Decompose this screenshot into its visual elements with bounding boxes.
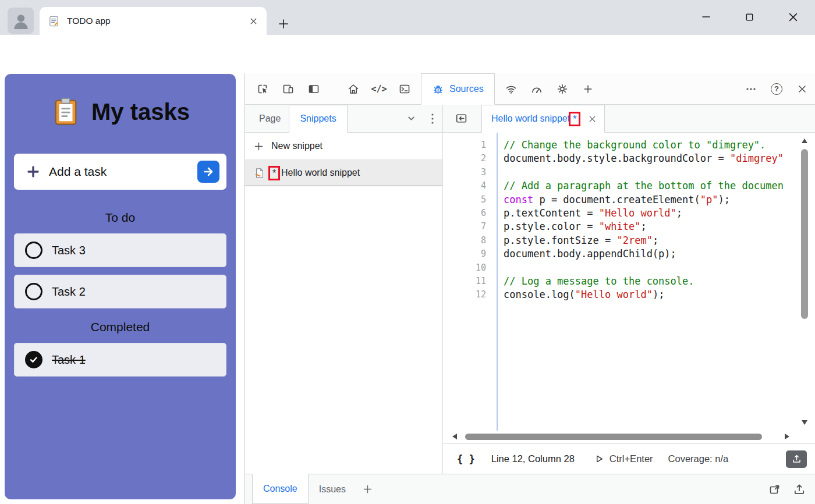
console-tab-label: Console <box>263 484 297 494</box>
tab-strip: TODO app <box>0 0 815 35</box>
add-task-input[interactable]: Add a task <box>14 154 226 190</box>
tab-snippets[interactable]: Snippets <box>289 105 347 133</box>
page-content: My tasks Add a task To do Task 3 <box>0 73 815 504</box>
tab-console[interactable]: Console <box>252 474 309 504</box>
help-icon[interactable]: ? <box>764 77 789 101</box>
snippets-tab-label: Snippets <box>300 113 336 124</box>
tab-title: TODO app <box>67 16 249 26</box>
run-shortcut-label: Ctrl+Enter <box>610 453 653 464</box>
task-label: Task 3 <box>52 244 86 257</box>
tab-issues[interactable]: Issues <box>309 484 356 495</box>
navigator-tabs: Page Snippets <box>245 105 442 133</box>
sources-bug-icon <box>432 83 444 95</box>
close-devtools-icon[interactable] <box>789 77 815 101</box>
task-checkbox[interactable] <box>25 242 42 259</box>
scroll-up-icon[interactable] <box>802 139 807 143</box>
device-emulation-icon[interactable] <box>275 77 301 101</box>
sources-tab-label: Sources <box>449 84 484 94</box>
annotation-box-unsaved-tab: * <box>569 112 580 126</box>
elements-tab-icon[interactable]: </> <box>366 77 392 101</box>
profile-avatar[interactable] <box>8 8 34 34</box>
run-play-icon <box>594 454 604 464</box>
editor-pane: Hello world snippet * 1 2 <box>443 105 815 474</box>
more-tools-add-icon[interactable] <box>575 77 601 101</box>
todo-header: My tasks <box>5 93 236 131</box>
devtools-main: Page Snippets New snippet <box>245 105 815 474</box>
todo-app-title: My tasks <box>91 99 190 125</box>
devtools-toolbar: </> Sources <box>245 73 815 105</box>
upload-icon <box>792 454 802 464</box>
add-drawer-tab-icon[interactable] <box>362 484 373 495</box>
window-controls <box>684 0 815 34</box>
editor-tab-bar: Hello world snippet * <box>443 105 815 133</box>
todo-section-heading: To do <box>5 211 236 226</box>
task-item: Task 3 <box>14 233 226 267</box>
scroll-down-icon[interactable] <box>802 420 807 425</box>
navigation-bar: https://microsoftedge.github.io/Demos/de… <box>0 35 815 73</box>
coverage-label: Coverage: n/a <box>668 453 729 464</box>
maximize-button[interactable] <box>728 0 771 34</box>
export-button[interactable] <box>786 450 807 468</box>
close-editor-tab-icon[interactable] <box>587 114 597 124</box>
more-options-icon[interactable] <box>431 112 434 125</box>
open-in-new-icon[interactable] <box>768 483 781 496</box>
snippet-item-hello-world[interactable]: * Hello world snippet <box>245 160 442 186</box>
vertical-scrollbar-thumb[interactable] <box>801 149 808 319</box>
code-content: // Change the background color to "dimgr… <box>497 133 815 431</box>
editor-tab-hello-world-snippet[interactable]: Hello world snippet * <box>481 105 605 133</box>
minimize-button[interactable] <box>684 0 728 34</box>
unsaved-marker: * <box>272 168 277 178</box>
navigator-toggle-icon[interactable] <box>450 108 472 129</box>
horizontal-scrollbar-thumb[interactable] <box>465 434 762 440</box>
chevron-down-icon[interactable] <box>407 114 416 123</box>
welcome-tab-icon[interactable] <box>341 77 366 101</box>
customize-devtools-icon[interactable] <box>738 77 764 101</box>
clipboard-icon <box>51 97 81 127</box>
new-snippet-button[interactable]: New snippet <box>245 133 442 160</box>
add-task-submit-button[interactable] <box>197 161 219 183</box>
snippet-name: Hello world snippet <box>281 168 360 178</box>
export-console-icon[interactable] <box>793 483 806 496</box>
arrow-right-icon <box>202 165 215 178</box>
unsaved-marker: * <box>573 114 577 124</box>
new-tab-button[interactable] <box>275 15 292 33</box>
browser-window: TODO app <box>0 0 815 504</box>
console-tab-icon[interactable] <box>392 77 417 101</box>
person-icon <box>11 11 31 31</box>
console-drawer: Console Issues <box>245 474 815 504</box>
browser-tab-todo-app[interactable]: TODO app <box>40 7 267 35</box>
task-checkbox-checked[interactable] <box>25 351 42 368</box>
application-gear-icon[interactable] <box>550 77 575 101</box>
pretty-print-button[interactable]: { } <box>457 453 475 465</box>
close-window-button[interactable] <box>771 0 815 34</box>
task-checkbox[interactable] <box>25 283 42 300</box>
line-number-gutter[interactable]: 1 2 3 4 5 6 7 8 9 10 11 12 <box>443 133 497 431</box>
inspect-icon[interactable] <box>250 77 275 101</box>
new-snippet-label: New snippet <box>271 141 323 151</box>
annotation-box-unsaved-list: * <box>268 166 280 180</box>
editor-status-bar: { } Line 12, Column 28 Ctrl+Enter Covera… <box>443 443 815 474</box>
tab-sources[interactable]: Sources <box>421 73 495 105</box>
horizontal-scrollbar[interactable] <box>443 431 815 443</box>
add-task-label: Add a task <box>49 165 107 179</box>
tab-favicon-icon <box>48 15 60 27</box>
completed-section-heading: Completed <box>5 320 236 335</box>
vertical-scrollbar[interactable] <box>800 136 809 427</box>
code-editor[interactable]: 1 2 3 4 5 6 7 8 9 10 11 12 <box>443 133 815 431</box>
task-item-completed: Task 1 <box>14 343 226 377</box>
editor-tab-title: Hello world snippet <box>491 113 570 124</box>
close-tab-icon[interactable] <box>249 16 258 26</box>
panel-layout-icon[interactable] <box>301 77 327 101</box>
tab-page[interactable]: Page <box>253 113 286 124</box>
performance-icon[interactable] <box>524 77 550 101</box>
drawer-actions <box>768 483 806 496</box>
todo-app-panel: My tasks Add a task To do Task 3 <box>5 74 236 499</box>
plus-icon <box>27 165 40 178</box>
run-snippet-hint: Ctrl+Enter <box>594 453 653 464</box>
scroll-left-icon[interactable] <box>452 434 457 439</box>
scroll-right-icon[interactable] <box>785 434 789 439</box>
devtools-panel: </> Sources <box>245 73 815 504</box>
navigator-pane: Page Snippets New snippet <box>245 105 443 474</box>
task-item: Task 2 <box>14 275 226 308</box>
network-icon[interactable] <box>498 77 524 101</box>
